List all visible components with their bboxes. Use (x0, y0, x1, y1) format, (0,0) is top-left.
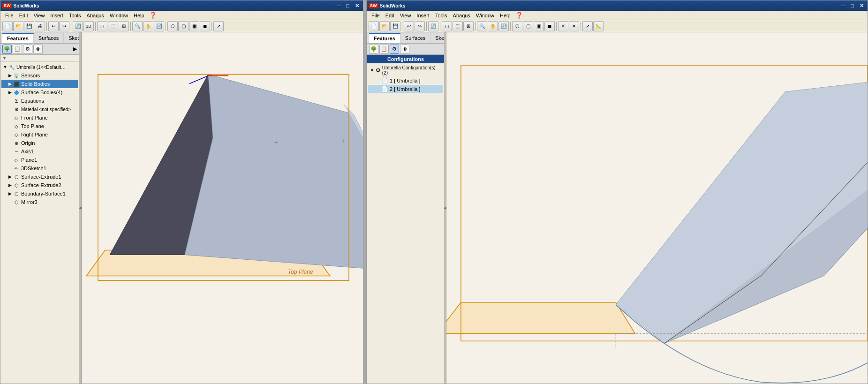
tree-boundary-surface1-left[interactable]: ▶ ⬡ Boundary-Surface1 (1, 189, 78, 198)
expand-surface-bodies-left[interactable]: ▶ (7, 90, 13, 95)
tb-wire-left[interactable]: ▢ (178, 21, 189, 31)
menu-file-left[interactable]: File (2, 12, 16, 19)
tree-origin-left[interactable]: ▶ ⊕ Origin (1, 139, 78, 147)
tree-equations-left[interactable]: ▶ Σ Equations (1, 97, 78, 105)
menu-edit-right[interactable]: Edit (383, 12, 397, 19)
tab-sketch-right[interactable]: Sketch (430, 33, 444, 43)
tab-features-left[interactable]: Features (2, 33, 34, 43)
panel-icon-tree-left[interactable]: 🌳 (2, 45, 12, 54)
config-icon-props-right[interactable]: 📋 (379, 45, 389, 54)
expand-boundary-surf1-left[interactable]: ▶ (7, 191, 13, 196)
tree-solid-bodies-left[interactable]: ▶ ⬛ Solid Bodies (1, 80, 78, 88)
tb-open-right[interactable]: 📂 (379, 21, 390, 31)
panel-expand-left[interactable]: ▶ (73, 46, 77, 52)
tb-section-left[interactable]: ⬡ (167, 21, 178, 31)
config-item1-right[interactable]: ▶ 📄 1 [ Umbrella ] (368, 76, 443, 85)
tree-root-left[interactable]: ▼ 🔧 Umbrella (1<<Default>_Appearan (1, 63, 78, 71)
tb-wire-right[interactable]: ▢ (523, 21, 533, 31)
tb-save-right[interactable]: 💾 (390, 21, 400, 31)
expand-root-left[interactable]: ▼ (2, 64, 8, 70)
tb-rebuild-right[interactable]: 🔄 (428, 21, 438, 31)
tb-print-left[interactable]: 🖨 (35, 21, 45, 31)
tb-undo-right[interactable]: ↩ (404, 21, 414, 31)
menu-window-right[interactable]: Window (473, 12, 497, 19)
expand-surf-ext1-left[interactable]: ▶ (7, 174, 13, 180)
config-root-right[interactable]: ▼ ⚙ Umbrella Configuration(s) (2) (368, 64, 443, 76)
tb-view2-right[interactable]: ⬚ (453, 21, 463, 31)
tb-view1-left[interactable]: ◻ (97, 21, 107, 31)
panel-icon-props-left[interactable]: 📋 (13, 45, 22, 54)
panel-icon-config-left[interactable]: ⚙ (23, 45, 32, 54)
tree-surface-bodies-left[interactable]: ▶ 🔷 Surface Bodies(4) (1, 88, 78, 97)
tab-features-right[interactable]: Features (369, 33, 400, 43)
tree-surface-extrude2-left[interactable]: ▶ ⬡ Surface-Extrude2 (1, 181, 78, 189)
tb-view2-left[interactable]: ⬚ (108, 21, 118, 31)
config-icon-display-right[interactable]: 👁 (400, 45, 409, 54)
tb-shade2-left[interactable]: ◼ (200, 21, 210, 31)
tb-zoom-right[interactable]: 🔍 (477, 21, 487, 31)
close-btn-right[interactable]: ✕ (858, 3, 866, 9)
config-icon-tree-right[interactable]: 🌳 (369, 45, 378, 54)
tree-axis1-left[interactable]: ▶ ─ Axis1 (1, 147, 78, 156)
menu-abaqus-right[interactable]: Abaqus (450, 12, 473, 19)
tree-surface-extrude1-left[interactable]: ▶ ⬡ Surface-Extrude1 (1, 173, 78, 181)
tree-right-plane-left[interactable]: ▶ ◇ Right Plane (1, 130, 78, 139)
tb-view3-right[interactable]: ⊞ (463, 21, 474, 31)
tb-open-left[interactable]: 📂 (13, 21, 23, 31)
tb-extra2-right[interactable]: 📐 (593, 21, 604, 31)
minimize-btn-right[interactable]: ─ (840, 3, 847, 9)
tb-rotate-left[interactable]: 🔃 (154, 21, 164, 31)
config-expand-root-right[interactable]: ▼ (370, 68, 376, 73)
minimize-btn-left[interactable]: ─ (335, 3, 343, 9)
tb-undo-left[interactable]: ↩ (48, 21, 59, 31)
menu-view-left[interactable]: View (31, 12, 48, 19)
menu-abaqus-left[interactable]: Abaqus (84, 12, 107, 19)
menu-view-right[interactable]: View (397, 12, 414, 19)
tb-view1-right[interactable]: ◻ (442, 21, 452, 31)
help-icon-right[interactable]: ❓ (515, 12, 523, 19)
tb-rotate-right[interactable]: 🔃 (498, 21, 509, 31)
tb-zoom-left[interactable]: 🔍 (132, 21, 143, 31)
expand-surf-ext2-left[interactable]: ▶ (7, 182, 13, 188)
tree-top-plane-left[interactable]: ▶ ◇ Top Plane (1, 122, 78, 130)
tb-section-right[interactable]: ⬡ (512, 21, 522, 31)
tree-sensors-left[interactable]: ▶ 📡 Sensors (1, 71, 78, 80)
maximize-btn-left[interactable]: □ (344, 3, 351, 9)
config-icon-config-right[interactable]: ⚙ (390, 45, 399, 54)
menu-insert-left[interactable]: Insert (47, 12, 66, 19)
menu-edit-left[interactable]: Edit (16, 12, 31, 19)
tb-view3-left[interactable]: ⊞ (119, 21, 129, 31)
tb-delete-right[interactable]: ✕ (558, 21, 568, 31)
tab-sketch-left[interactable]: Sketch (64, 33, 79, 43)
menu-help-left[interactable]: Help (131, 12, 147, 19)
tb-rebuild-left[interactable]: 🔄 (73, 21, 83, 31)
tb-redo-right[interactable]: ↪ (415, 21, 425, 31)
tree-plane1-left[interactable]: ▶ ◇ Plane1 (1, 156, 78, 164)
panel-icon-display-left[interactable]: 👁 (33, 45, 43, 54)
tb-shade2-right[interactable]: ◼ (544, 21, 555, 31)
tree-mirror3-left[interactable]: ▶ ⬡ Mirror3 (1, 198, 78, 206)
expand-solid-bodies-left[interactable]: ▶ (7, 81, 13, 87)
menu-tools-right[interactable]: Tools (432, 12, 450, 19)
menu-window-left[interactable]: Window (107, 12, 131, 19)
tb-shade-right[interactable]: ▣ (534, 21, 544, 31)
tb-3d-left[interactable]: 3D (83, 21, 94, 31)
tab-surfaces-right[interactable]: Surfaces (400, 33, 430, 43)
help-icon-left[interactable]: ❓ (149, 12, 157, 19)
maximize-btn-right[interactable]: □ (849, 3, 856, 9)
tree-3dsketch1-left[interactable]: ▶ ✏ 3DSketch1 (1, 164, 78, 173)
tb-shade-left[interactable]: ▣ (189, 21, 199, 31)
viewport-right[interactable]: + + Top Plane (446, 32, 868, 384)
tb-save-left[interactable]: 💾 (24, 21, 34, 31)
menu-tools-left[interactable]: Tools (66, 12, 84, 19)
config-item2-right[interactable]: ▶ 📄 2 [ Umbrella ] (368, 85, 443, 93)
tree-front-plane-left[interactable]: ▶ ◇ Front Plane (1, 113, 78, 122)
menu-file-right[interactable]: File (369, 12, 383, 19)
tb-redo-left[interactable]: ↪ (59, 21, 69, 31)
viewport-left[interactable]: + + Top Plane (82, 32, 363, 384)
tb-new-left[interactable]: 📄 (2, 21, 13, 31)
tb-extra1-left[interactable]: ↗ (213, 21, 224, 31)
tree-material-left[interactable]: ▶ ⚙ Material <not specified> (1, 105, 78, 113)
tb-delete2-right[interactable]: ✕ (569, 21, 579, 31)
tb-pan-left[interactable]: ✋ (143, 21, 153, 31)
